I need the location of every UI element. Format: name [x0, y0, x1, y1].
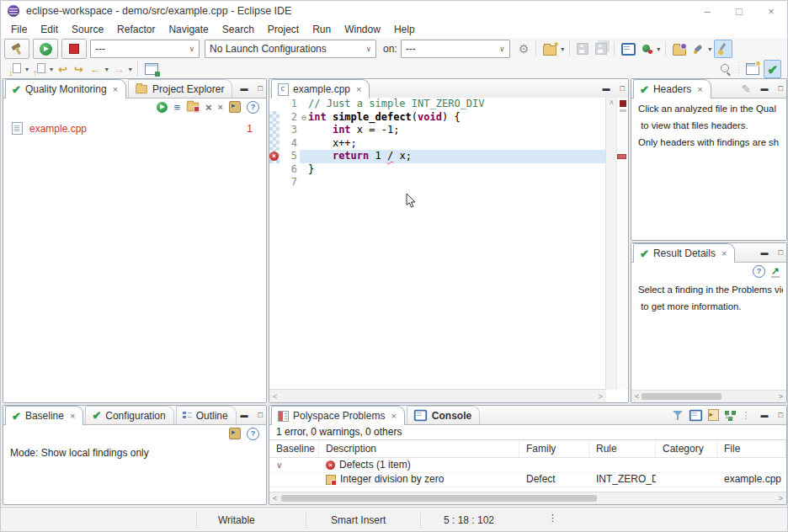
run-tool-button[interactable] [690, 40, 706, 57]
run-tool-dropdown[interactable]: ▾ [708, 45, 711, 53]
editor-vertical-scrollbar[interactable]: ∧ [605, 98, 617, 390]
table-row[interactable]: ∨×Defects (1 item) [269, 458, 786, 472]
column-header-file[interactable]: File [717, 440, 786, 458]
group-by-button[interactable] [725, 411, 729, 415]
import-button[interactable] [670, 40, 689, 57]
close-icon[interactable]: × [697, 84, 702, 94]
tab-result-details[interactable]: ✔ Result Details × [633, 243, 735, 263]
menu-help[interactable]: Help [387, 22, 422, 37]
menu-project[interactable]: Project [261, 22, 306, 37]
scroll-right-arrow[interactable]: > [599, 392, 603, 401]
menu-source[interactable]: Source [65, 22, 110, 37]
window-maximize-button[interactable]: □ [723, 5, 755, 18]
tab-console[interactable]: Console [407, 406, 480, 424]
window-close-button[interactable]: × [755, 5, 787, 18]
view-menu-button[interactable] [229, 428, 241, 439]
minimize-panel-button[interactable]: ▬ [761, 411, 769, 419]
scroll-left-arrow[interactable]: < [273, 392, 277, 401]
scrollbar-thumb[interactable] [281, 495, 597, 502]
menu-window[interactable]: Window [338, 22, 387, 37]
result-details-scrollbar[interactable]: < > [631, 390, 786, 402]
open-console-button[interactable] [619, 40, 638, 57]
launch-settings-button[interactable]: ⚙ [516, 40, 532, 57]
save-all-button[interactable] [593, 40, 610, 57]
stop-button[interactable] [61, 39, 87, 59]
tab-quality-monitoring[interactable]: ✔ Quality Monitoring × [5, 79, 126, 98]
help-button[interactable]: ? [247, 101, 259, 114]
filter-icon[interactable] [673, 410, 684, 421]
tab-headers[interactable]: ✔ Headers × [633, 79, 711, 98]
scroll-right-arrow[interactable]: > [779, 494, 783, 503]
show-console-button[interactable] [689, 409, 701, 421]
scroll-left-arrow[interactable]: < [635, 392, 639, 401]
menu-navigate[interactable]: Navigate [162, 22, 215, 37]
minimize-panel-button[interactable]: ▬ [761, 248, 769, 257]
close-icon[interactable]: × [113, 84, 118, 94]
table-row[interactable]: Integer division by zeroDefectINT_ZERO_D… [269, 472, 786, 487]
open-perspective-button[interactable] [743, 61, 762, 77]
pencil-icon[interactable]: ✎ [742, 82, 751, 95]
menu-refactor[interactable]: Refactor [110, 22, 162, 37]
previous-annotation-dropdown[interactable]: ▾ [50, 66, 53, 73]
last-edit-location-button[interactable]: ↩ [56, 61, 70, 77]
maximize-panel-button[interactable]: □ [258, 411, 263, 419]
maximize-panel-button[interactable]: □ [779, 84, 783, 93]
tab-outline[interactable]: Outline [176, 406, 237, 424]
tab-polyspace-problems[interactable]: Polyspace Problems × [271, 406, 405, 425]
minimize-panel-button[interactable]: ▬ [603, 84, 610, 93]
external-tools-button[interactable] [640, 40, 655, 57]
column-header-description[interactable]: Description [319, 440, 519, 458]
editor-body[interactable]: 1// Just a simple INT_ZERO_DIV2⊖int simp… [269, 98, 628, 402]
maximize-panel-button[interactable]: □ [779, 248, 783, 257]
close-icon[interactable]: × [391, 411, 396, 421]
chevron-down-icon[interactable]: ∨ [276, 458, 282, 472]
clear-all-button[interactable]: × [218, 102, 223, 113]
run-button[interactable] [33, 39, 58, 59]
next-edit-location-button[interactable]: ↪ [72, 61, 86, 77]
launch-config-combo[interactable]: No Launch Configurations ∨ [205, 40, 376, 58]
error-marker-icon[interactable]: × [269, 152, 279, 161]
tab-example-cpp[interactable]: example.cpp × [271, 79, 370, 98]
close-icon[interactable]: × [356, 84, 361, 94]
new-wizard-dropdown[interactable]: ▾ [561, 45, 564, 53]
pin-view-button[interactable]: ↗ [771, 265, 780, 277]
tab-baseline[interactable]: ✔ Baseline × [5, 406, 83, 425]
column-header-rule[interactable]: Rule [589, 440, 656, 458]
help-button[interactable]: ? [753, 265, 765, 278]
annotations-toggle-button[interactable] [714, 40, 732, 58]
menu-file[interactable]: File [4, 22, 34, 37]
menu-search[interactable]: Search [216, 22, 261, 37]
forward-button[interactable]: → [111, 61, 127, 77]
scrollbar-thumb[interactable] [642, 393, 721, 400]
close-icon[interactable]: × [70, 411, 75, 421]
minimize-panel-button[interactable]: ▬ [761, 84, 769, 93]
next-annotation-button[interactable]: ↓ [7, 61, 24, 77]
editor-horizontal-scrollbar[interactable]: < > [269, 389, 606, 402]
minimize-panel-button[interactable]: ▬ [241, 411, 248, 419]
external-tools-dropdown[interactable]: ▾ [657, 45, 660, 53]
launch-target-combo[interactable]: --- ∨ [401, 40, 510, 58]
maximize-panel-button[interactable]: □ [258, 84, 263, 93]
menu-run[interactable]: Run [306, 22, 338, 37]
analyzed-file-row[interactable]: example.cpp 1 [3, 115, 266, 135]
window-minimize-button[interactable]: – [691, 5, 723, 18]
scroll-left-arrow[interactable]: < [273, 494, 277, 503]
back-button[interactable]: ← [88, 61, 104, 77]
column-header-baseline[interactable]: Baseline [269, 440, 319, 458]
next-annotation-dropdown[interactable]: ▾ [25, 66, 29, 73]
tab-configuration[interactable]: ✔ Configuration [85, 406, 173, 424]
run-analysis-button[interactable] [157, 102, 168, 113]
problems-scrollbar[interactable]: < > [269, 492, 786, 504]
error-overview-marker[interactable] [620, 100, 626, 107]
export-button[interactable] [708, 409, 719, 421]
view-menu-button[interactable] [229, 101, 241, 113]
show-runs-button[interactable]: ≡ [173, 101, 180, 114]
fold-marker-icon[interactable]: ⊖ [300, 111, 308, 125]
results-combo[interactable]: --- ∨ [90, 40, 200, 58]
status-drag-handle[interactable]: ⋮ [548, 513, 557, 523]
menu-edit[interactable]: Edit [34, 22, 65, 37]
forward-dropdown[interactable]: ▾ [129, 66, 132, 73]
minimize-panel-button[interactable]: ▬ [241, 84, 248, 93]
previous-annotation-button[interactable]: ↑ [31, 61, 48, 77]
error-line-marker[interactable] [617, 154, 626, 159]
